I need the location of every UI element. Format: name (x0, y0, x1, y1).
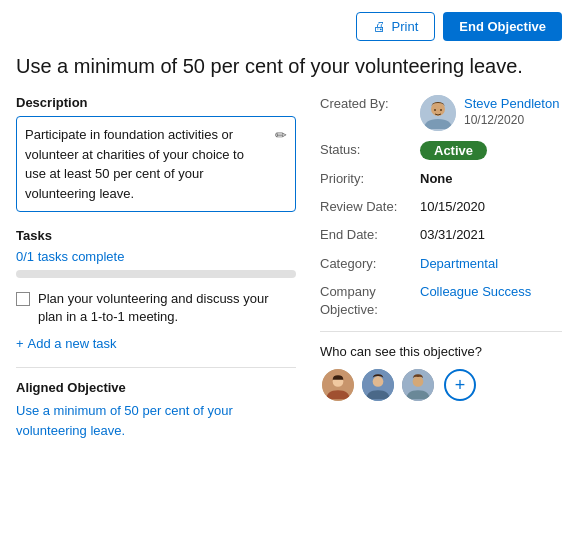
right-divider (320, 331, 562, 332)
content-layout: Description Participate in foundation ac… (16, 95, 562, 440)
avatar-3 (400, 367, 436, 403)
page-title: Use a minimum of 50 per cent of your vol… (16, 53, 562, 79)
creator-avatar (420, 95, 456, 131)
who-can-see-label: Who can see this objective? (320, 344, 562, 359)
plus-icon: + (16, 336, 24, 351)
progress-bar-background (16, 270, 296, 278)
end-date-label: End Date: (320, 226, 420, 244)
aligned-objective-section: Aligned Objective Use a minimum of 50 pe… (16, 380, 296, 440)
add-person-button[interactable]: + (444, 369, 476, 401)
task-checkbox[interactable] (16, 292, 30, 306)
company-objective-value[interactable]: Colleague Success (420, 283, 531, 301)
avatar-2 (360, 367, 396, 403)
creator-info: Steve Pendleton 10/12/2020 (464, 95, 559, 127)
priority-label: Priority: (320, 170, 420, 188)
svg-point-9 (413, 376, 424, 387)
tasks-count: 0/1 tasks complete (16, 249, 296, 264)
print-icon: 🖨 (373, 19, 386, 34)
status-badge: Active (420, 141, 487, 160)
created-by-label: Created By: (320, 95, 420, 113)
aligned-objective-heading: Aligned Objective (16, 380, 296, 395)
svg-point-2 (434, 109, 436, 111)
svg-point-3 (440, 109, 442, 111)
task-text: Plan your volunteering and discuss your … (38, 290, 296, 326)
end-objective-label: End Objective (459, 19, 546, 34)
svg-point-1 (431, 102, 445, 116)
company-objective-row: CompanyObjective: Colleague Success (320, 283, 562, 319)
print-label: Print (392, 19, 419, 34)
creator-avatar-image (420, 95, 456, 131)
creator-date: 10/12/2020 (464, 113, 559, 127)
add-icon: + (455, 375, 466, 396)
review-date-label: Review Date: (320, 198, 420, 216)
review-date-value: 10/15/2020 (420, 198, 485, 216)
category-value[interactable]: Departmental (420, 255, 498, 273)
end-date-value: 03/31/2021 (420, 226, 485, 244)
company-objective-label: CompanyObjective: (320, 283, 420, 319)
status-label: Status: (320, 141, 420, 159)
description-text: Participate in foundation activities or … (25, 127, 244, 201)
end-objective-button[interactable]: End Objective (443, 12, 562, 41)
description-heading: Description (16, 95, 296, 110)
tasks-heading: Tasks (16, 228, 296, 243)
priority-value: None (420, 170, 453, 188)
category-label: Category: (320, 255, 420, 273)
end-date-row: End Date: 03/31/2021 (320, 226, 562, 244)
created-by-content: Steve Pendleton 10/12/2020 (420, 95, 559, 131)
task-item: Plan your volunteering and discuss your … (16, 290, 296, 326)
avatar-1 (320, 367, 356, 403)
right-column: Created By: Steve (320, 95, 562, 440)
created-by-row: Created By: Steve (320, 95, 562, 131)
add-task-link[interactable]: + Add a new task (16, 336, 296, 351)
divider (16, 367, 296, 368)
aligned-objective-text: Use a minimum of 50 per cent of your vol… (16, 403, 233, 438)
aligned-objective-link[interactable]: Use a minimum of 50 per cent of your vol… (16, 401, 296, 440)
left-column: Description Participate in foundation ac… (16, 95, 296, 440)
creator-name[interactable]: Steve Pendleton (464, 95, 559, 113)
priority-row: Priority: None (320, 170, 562, 188)
edit-icon[interactable]: ✏ (275, 125, 287, 146)
status-row: Status: Active (320, 141, 562, 160)
svg-point-7 (373, 376, 384, 387)
print-button[interactable]: 🖨 Print (356, 12, 436, 41)
review-date-row: Review Date: 10/15/2020 (320, 198, 562, 216)
category-row: Category: Departmental (320, 255, 562, 273)
header-actions: 🖨 Print End Objective (16, 12, 562, 41)
description-box: Participate in foundation activities or … (16, 116, 296, 212)
avatars-row: + (320, 367, 562, 403)
add-task-label: Add a new task (28, 336, 117, 351)
